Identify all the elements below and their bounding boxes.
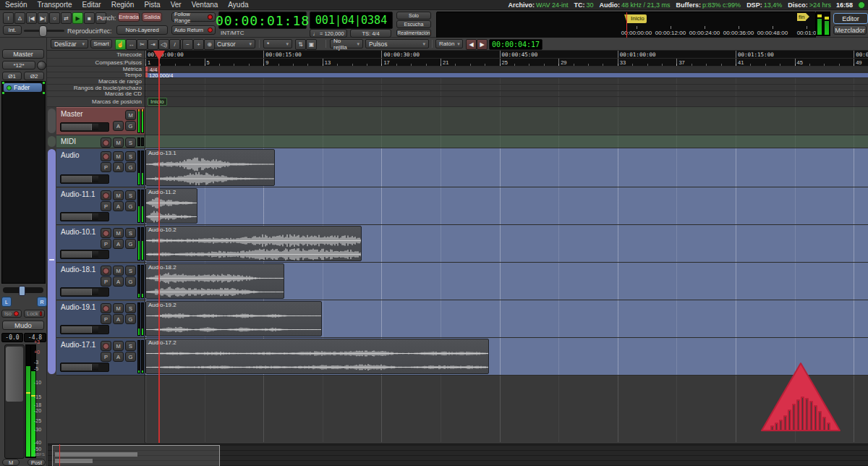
processor-fader-entry[interactable]: Fader xyxy=(4,83,42,92)
group-tab-master[interactable] xyxy=(48,109,56,133)
group-button[interactable]: G xyxy=(125,314,136,324)
ruler-row-5[interactable] xyxy=(145,78,868,85)
fader-handle[interactable] xyxy=(91,176,98,182)
zoom-in-button[interactable]: + xyxy=(193,39,204,50)
audio-region[interactable]: Audio-19.2 xyxy=(145,301,322,336)
processor-box[interactable]: Fader xyxy=(1,81,46,284)
playlist-button[interactable]: P xyxy=(101,314,111,324)
record-enable-button[interactable] xyxy=(101,151,111,161)
edit-mode-dropdown[interactable]: Deslizar xyxy=(51,39,88,48)
meter-marker[interactable]: 4/4 xyxy=(148,67,159,72)
editor-canvas[interactable]: Audio-13.1Audio-11.2Audio-10.2Audio-18.2… xyxy=(145,107,868,443)
session-start-marker[interactable]: Inicio xyxy=(627,14,647,23)
track-height-dropdown[interactable]: * xyxy=(263,39,292,48)
pan-handle[interactable] xyxy=(19,286,25,296)
trim-knob[interactable] xyxy=(37,61,46,70)
track-gain-fader[interactable] xyxy=(60,287,109,297)
solo-button[interactable]: Solo xyxy=(396,12,431,20)
track-gain-fader[interactable] xyxy=(60,325,109,334)
play-button[interactable]: ▶ xyxy=(72,12,83,24)
track-canvas-audio[interactable]: Audio-13.1 xyxy=(145,148,868,187)
auto-return-button[interactable]: Auto Return xyxy=(171,25,216,35)
group-button[interactable]: G xyxy=(125,201,136,211)
metering-point-button[interactable]: Post xyxy=(27,459,46,466)
track-canvas-audio-19.1[interactable]: Audio-19.2 xyxy=(145,300,868,338)
gain-fader[interactable] xyxy=(4,344,25,459)
track-gain-fader[interactable] xyxy=(60,250,109,259)
canvas-empty-area[interactable] xyxy=(145,376,868,442)
group-button[interactable]: G xyxy=(125,121,136,131)
ruler-row-3[interactable]: 4/4 xyxy=(145,67,868,72)
group-tab-audio[interactable] xyxy=(48,149,56,374)
monitor-input-button[interactable]: M xyxy=(2,459,20,466)
snap-mode-dropdown[interactable]: No rejilla xyxy=(330,39,363,48)
pan-left-button[interactable]: L xyxy=(1,297,12,307)
track-header-master[interactable]: MasterMAG xyxy=(56,107,145,135)
feedback-button[interactable]: Realimentación xyxy=(396,29,431,37)
save-view-button[interactable]: ▣ xyxy=(306,39,317,50)
gain-fader-thumb[interactable] xyxy=(6,347,23,402)
group-tab-handle[interactable] xyxy=(49,259,54,260)
track-gain-fader[interactable] xyxy=(60,363,109,372)
solo-button[interactable]: S xyxy=(125,151,136,161)
menu-transporte[interactable]: Transporte xyxy=(33,0,77,10)
zoom-out-button[interactable]: − xyxy=(182,39,193,50)
solo-button[interactable]: S xyxy=(125,303,136,313)
pan-right-button[interactable]: R xyxy=(37,297,47,307)
zoom-focus-dropdown[interactable]: Cursor xyxy=(213,39,255,48)
strip-input-button[interactable]: *12* xyxy=(2,61,35,69)
track-canvas-audio-11.1[interactable]: Audio-11.2 xyxy=(145,187,868,225)
track-header-midi[interactable]: MIDIMS xyxy=(56,135,145,148)
go-end-button[interactable]: ▶| xyxy=(38,12,48,24)
edit-point-dropdown[interactable]: Ratón xyxy=(435,39,463,48)
range-tool[interactable]: ↔ xyxy=(126,39,137,50)
metronome-button[interactable]: Δ xyxy=(14,12,25,24)
record-mode-button[interactable]: Non-Layered xyxy=(116,25,168,35)
shuttle-handle[interactable] xyxy=(39,25,47,37)
position-marker-inicio[interactable]: Inicio xyxy=(148,98,167,106)
track-header-audio-10.1[interactable]: Audio-10.1MSPAG xyxy=(56,225,145,263)
mini-timeline[interactable]: 00:00:00:0000:00:12:0000:00:24:0000:00:3… xyxy=(436,12,816,38)
punch-out-button[interactable]: Salida xyxy=(142,12,162,22)
track-canvas-audio-17.1[interactable]: Audio-17.2 xyxy=(145,338,868,376)
group-button[interactable]: G xyxy=(125,276,136,287)
editor-tab-button[interactable]: Editor xyxy=(833,13,868,24)
track-header-audio-18.1[interactable]: Audio-18.1MSPAG xyxy=(56,263,145,300)
mute-button[interactable]: M xyxy=(113,228,124,238)
phase-invert-button-2[interactable]: Ø2 xyxy=(24,72,44,80)
menu-editar[interactable]: Editar xyxy=(77,0,106,10)
mute-button[interactable]: M xyxy=(113,151,124,161)
solo-button[interactable]: S xyxy=(125,190,136,200)
play-range-button[interactable]: ⇄ xyxy=(61,12,72,24)
mute-button[interactable]: M xyxy=(125,110,136,120)
ruler-row-7[interactable] xyxy=(145,91,868,97)
phase-invert-button-1[interactable]: Ø1 xyxy=(2,72,22,80)
solo-button[interactable]: S xyxy=(125,228,136,238)
cut-tool[interactable]: ✂ xyxy=(137,39,148,50)
time-signature-button[interactable]: TS: 4/4 xyxy=(350,29,391,38)
sync-source-button[interactable]: Int. xyxy=(3,25,22,35)
group-tab-midi[interactable] xyxy=(48,136,56,147)
audio-region[interactable]: Audio-13.1 xyxy=(145,149,275,186)
group-button[interactable]: G xyxy=(125,352,136,362)
smart-mode-button[interactable]: Smart xyxy=(90,39,112,48)
ruler-row-2[interactable]: 15913172125293337414549 xyxy=(145,59,868,67)
edit-point-clock[interactable]: 00:00:04:17 xyxy=(489,39,542,50)
group-button[interactable]: G xyxy=(125,162,136,172)
menu-sesión[interactable]: Sesión xyxy=(0,0,33,10)
playlist-button[interactable]: P xyxy=(101,239,111,249)
mute-button[interactable]: M xyxy=(113,137,124,148)
playlist-button[interactable]: P xyxy=(101,276,111,287)
gain-display[interactable]: -0.0 xyxy=(1,333,23,342)
playlist-button[interactable]: P xyxy=(101,162,111,172)
automation-button[interactable]: A xyxy=(113,121,124,131)
monitor-button[interactable]: Escucha xyxy=(396,20,431,28)
menu-ventana[interactable]: Ventana xyxy=(187,0,224,10)
track-header-audio-19.1[interactable]: Audio-19.1MSPAG xyxy=(56,300,145,338)
automation-button[interactable]: A xyxy=(113,314,124,324)
track-canvas-audio-10.1[interactable]: Audio-10.2 xyxy=(145,225,868,263)
ruler-row-4[interactable]: 120,000/4 xyxy=(145,72,868,78)
stretch-tool[interactable]: ⇥ xyxy=(148,39,158,50)
mute-button[interactable]: M xyxy=(113,266,124,276)
fit-tracks-button[interactable]: ⇅ xyxy=(295,39,306,50)
